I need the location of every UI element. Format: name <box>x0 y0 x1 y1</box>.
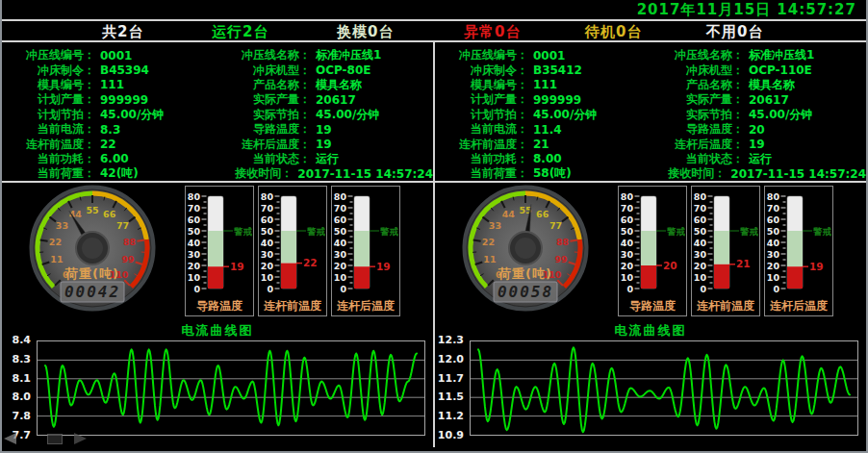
thermo-scale-label: 70 <box>621 203 634 214</box>
thermo-scale-label: 50 <box>188 226 201 237</box>
thermo-scale-label: 0 <box>626 284 633 294</box>
load-gauge: 0112233445566778899110荷重(吨)00042 <box>4 183 181 319</box>
gauge-hub-inner <box>82 238 103 259</box>
gauge-odometer: 00042 <box>64 283 120 301</box>
info-row: 实际产量：20617 <box>651 92 866 107</box>
info-row: 冲压线名称：标准冲压线1 <box>651 48 866 63</box>
thermometer: 01020304050607080警戒19连杆后温度 <box>331 186 400 316</box>
gauge-section: 0112233445566778899110荷重(吨)0005801020304… <box>435 183 866 319</box>
thermo-band <box>787 231 803 266</box>
thermo-scale-label: 30 <box>188 249 201 260</box>
thermo-scale-label: 10 <box>694 272 707 283</box>
info-value: 8.00 <box>533 152 562 165</box>
thermo-scale-label: 10 <box>767 272 780 283</box>
info-value: 58(吨) <box>533 165 572 182</box>
gauge-title: 荷重(吨) <box>64 266 119 281</box>
current-waveform <box>45 349 417 426</box>
info-value: 2017-11-15 14:57:24 <box>730 167 866 181</box>
thermo-scale-label: 30 <box>621 249 634 260</box>
info-row: 冲床制令：B45394 <box>2 63 217 77</box>
gauge-tick-label: 55 <box>86 205 98 215</box>
forward-arrow-icon[interactable] <box>74 433 87 444</box>
thermo-value: 19 <box>376 261 391 272</box>
status-item: 不用0台 <box>706 23 763 41</box>
gauge-tick-label: 77 <box>549 220 562 231</box>
thermometer-svg: 01020304050607080警戒19导路温度 <box>186 187 253 315</box>
info-value: 2017-11-15 14:57:24 <box>297 167 433 181</box>
thermo-scale-label: 20 <box>188 261 201 271</box>
hmi-dashboard: 2017年11月15日 14:57:27 共2台运行2台换模0台异常0台待机0台… <box>0 0 868 453</box>
gauge-tick-label: 22 <box>482 237 495 247</box>
thermo-scale-label: 50 <box>621 226 634 237</box>
thermo-scale-label: 10 <box>621 272 634 283</box>
thermo-warning-label: 警戒 <box>379 226 399 237</box>
info-value: 111 <box>100 78 124 91</box>
info-value: OCP-80E <box>316 63 370 77</box>
info-label: 接收时间： <box>217 165 293 182</box>
thermo-scale-label: 10 <box>261 272 274 283</box>
thermo-scale-label: 10 <box>334 272 347 283</box>
machine-panel-2: 冲压线编号：0001冲床制令：B35412模具编号：111计划产量：999999… <box>435 42 866 447</box>
thermo-scale-label: 0 <box>773 284 779 294</box>
info-row: 冲床制令：B35412 <box>435 63 651 77</box>
thermo-scale-label: 80 <box>694 191 707 202</box>
info-row: 产品名称：模具名称 <box>217 78 433 92</box>
info-row: 当前功耗：8.00 <box>435 152 651 166</box>
file-box-icon[interactable] <box>47 434 63 444</box>
back-arrow-icon[interactable] <box>4 433 16 444</box>
info-row: 实际节拍：45.00/分钟 <box>217 108 433 122</box>
plot-area <box>37 340 425 436</box>
gauge-tick-label: 11 <box>483 254 496 264</box>
info-value: 45.00/分钟 <box>316 107 379 123</box>
thermo-scale-label: 60 <box>621 214 634 225</box>
thermometer: 01020304050607080警戒19连杆后温度 <box>764 186 833 316</box>
thermo-value: 19 <box>809 261 824 272</box>
thermo-scale-label: 40 <box>261 238 274 248</box>
info-row: 当前功耗：6.00 <box>2 152 217 166</box>
info-row: 模具编号：111 <box>2 78 217 92</box>
thermometer: 01020304050607080警戒21连杆前温度 <box>691 186 760 316</box>
gauge-tick-label: 88 <box>123 237 137 247</box>
info-value: 42(吨) <box>100 165 139 182</box>
y-tick-label: 12.3 <box>438 334 464 346</box>
thermo-scale-label: 30 <box>694 249 707 260</box>
info-row: 连杆后温度：19 <box>217 137 433 151</box>
thermo-scale-label: 70 <box>261 203 274 214</box>
info-column: 冲压线编号：0001冲床制令：B45394模具编号：111计划产量：999999… <box>2 48 217 181</box>
gauge-tick <box>40 239 48 240</box>
y-tick-label: 8.4 <box>13 334 32 346</box>
info-value: 45.00/分钟 <box>749 107 812 123</box>
thermo-fill <box>354 266 370 289</box>
info-value: 45.00/分钟 <box>100 107 164 123</box>
nav-overlay <box>4 433 87 444</box>
y-tick-label: 10.9 <box>438 429 464 441</box>
gauge-tick <box>570 239 577 240</box>
thermometer-svg: 01020304050607080警戒19连杆后温度 <box>765 187 832 315</box>
current-chart-section: 电流曲线图8.48.38.18.07.87.7 <box>2 319 433 445</box>
thermo-warning-label: 警戒 <box>812 226 832 237</box>
datetime-display: 2017年11月15日 14:57:27 <box>637 1 856 19</box>
gauge-title: 荷重(吨) <box>498 266 552 281</box>
gauge-tick-label: 33 <box>489 220 501 231</box>
thermo-band <box>208 231 223 266</box>
thermo-fill <box>787 266 803 289</box>
info-value: 19 <box>316 123 332 137</box>
gauge-hub-inner <box>515 238 536 259</box>
info-row: 冲床机型：OCP-110E <box>651 63 866 77</box>
gauge-tick-label: 99 <box>121 254 134 264</box>
status-item: 待机0台 <box>585 23 642 41</box>
y-tick-label: 11.2 <box>438 410 464 422</box>
thermo-scale-label: 60 <box>767 214 780 225</box>
thermo-value: 19 <box>230 261 244 272</box>
thermo-scale-label: 50 <box>767 226 780 237</box>
info-section: 冲压线编号：0001冲床制令：B35412模具编号：111计划产量：999999… <box>435 42 866 183</box>
gauge-tick-label: 99 <box>554 254 567 264</box>
info-value: 模具名称 <box>749 77 795 93</box>
thermo-scale-label: 80 <box>188 191 201 202</box>
thermo-warning-label: 警戒 <box>739 226 759 237</box>
info-row: 导路温度：20 <box>651 122 866 137</box>
y-tick-label: 7.8 <box>13 410 32 422</box>
info-row: 当前状态：运行 <box>217 152 433 166</box>
thermometer: 01020304050607080警戒20导路温度 <box>618 186 687 316</box>
gauge-section: 0112233445566778899110荷重(吨)0004201020304… <box>2 183 433 319</box>
